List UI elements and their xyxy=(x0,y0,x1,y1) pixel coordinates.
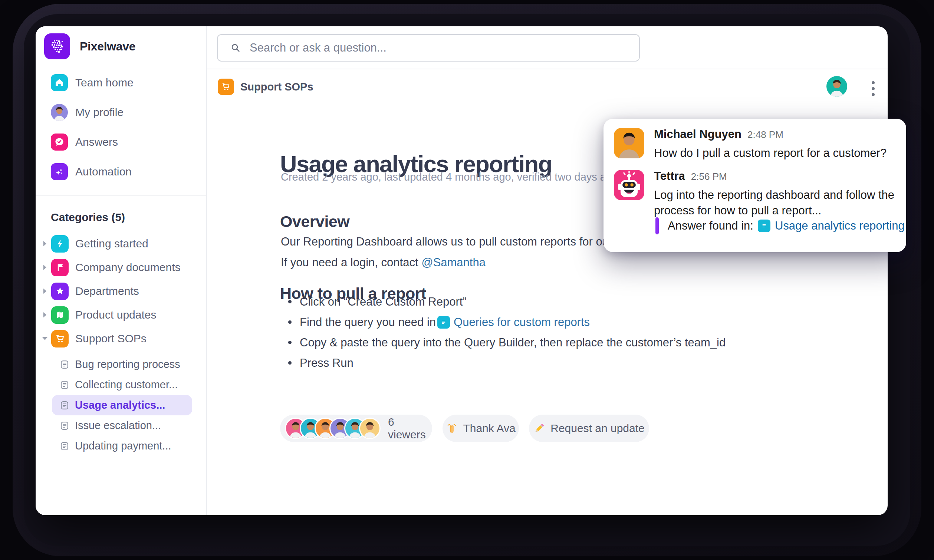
message-header: Michael Nguyen 2:48 PM xyxy=(654,128,783,141)
document-icon xyxy=(59,420,70,431)
tettra-bot-avatar xyxy=(614,170,644,200)
message-timestamp: 2:48 PM xyxy=(748,129,783,140)
screenshot-stage: Pixelwave Team home My profile xyxy=(0,0,934,560)
category-label: Departments xyxy=(75,285,139,297)
request-update-button[interactable]: Request an update xyxy=(529,415,649,442)
profile-avatar xyxy=(51,104,68,121)
document-icon xyxy=(59,400,70,411)
list-item-text: Click on “Create Custom Report” xyxy=(300,295,467,309)
message-header: Tettra 2:56 PM xyxy=(654,169,727,183)
category-getting-started[interactable]: Getting started xyxy=(35,232,206,255)
lightning-icon xyxy=(51,235,69,252)
sidebar-item-label: Team home xyxy=(75,76,134,89)
thank-button[interactable]: Thank Ava xyxy=(443,415,519,442)
sidebar: Pixelwave Team home My profile xyxy=(35,26,207,515)
answer-blockquote: Answer found in: Usage analytics reporti… xyxy=(655,217,905,234)
chevron-right-icon[interactable] xyxy=(38,240,51,247)
list-item-text: Press Run xyxy=(300,356,354,370)
howto-list: Click on “Create Custom Report” Find the… xyxy=(288,291,726,373)
viewers-pill[interactable]: 6 viewers xyxy=(280,415,432,442)
category-departments[interactable]: Departments xyxy=(35,279,206,303)
header-divider xyxy=(207,69,888,69)
user-avatar[interactable] xyxy=(826,76,847,97)
message-text: Log into the reporting dashboard and fol… xyxy=(654,187,895,218)
sidebar-item-team-home[interactable]: Team home xyxy=(35,68,206,97)
thank-label: Thank Ava xyxy=(463,422,515,435)
star-icon xyxy=(51,283,69,300)
chevron-right-icon[interactable] xyxy=(38,288,51,294)
answer-found-label: Answer found in: xyxy=(668,219,753,232)
flag-icon xyxy=(51,259,69,276)
workspace-header[interactable]: Pixelwave xyxy=(44,33,135,59)
list-item: Click on “Create Custom Report” xyxy=(288,291,726,312)
michael-avatar xyxy=(614,128,644,158)
category-label: Support SOPs xyxy=(75,332,146,345)
pixelwave-logo-icon xyxy=(44,33,70,59)
sidebar-nav: Team home My profile Answers xyxy=(35,68,206,186)
queries-page-link[interactable]: Queries for custom reports xyxy=(454,315,590,329)
page-list: Bug reporting process Collecting custome… xyxy=(35,354,206,456)
page-issue-escalation[interactable]: Issue escalation... xyxy=(52,415,192,436)
document-icon xyxy=(758,220,771,232)
page-label: Issue escalation... xyxy=(75,420,161,432)
page-label: Bug reporting process xyxy=(75,358,180,371)
search-icon xyxy=(229,42,242,54)
sidebar-item-my-profile[interactable]: My profile xyxy=(35,97,206,127)
page-updating-payment[interactable]: Updating payment... xyxy=(52,436,192,456)
sidebar-item-answers[interactable]: Answers xyxy=(35,127,206,157)
viewer-avatar-stack xyxy=(285,418,380,439)
document-icon xyxy=(59,380,70,390)
chevron-right-icon[interactable] xyxy=(38,312,51,318)
category-label: Company documents xyxy=(75,261,180,274)
praying-hands-icon xyxy=(446,422,458,434)
sidebar-item-label: Automation xyxy=(75,165,132,178)
list-item: Copy & paste the query into the Query Bu… xyxy=(288,332,726,353)
category-support-sops[interactable]: Support SOPs xyxy=(35,327,206,351)
login-text: If you need a login, contact xyxy=(281,256,422,269)
page-usage-analytics[interactable]: Usage analytics... xyxy=(52,395,192,415)
page-label: Updating payment... xyxy=(75,440,171,452)
category-company-documents[interactable]: Company documents xyxy=(35,255,206,279)
more-options-kebab-icon[interactable] xyxy=(865,78,881,99)
overview-heading: Overview xyxy=(280,212,349,231)
home-icon xyxy=(51,74,68,91)
sidebar-divider xyxy=(35,195,206,196)
document-icon xyxy=(59,359,70,370)
page-meta: Created 2 years ago, last updated 4 mont… xyxy=(281,171,618,183)
answers-chat-check-icon xyxy=(51,134,68,151)
pencil-icon xyxy=(533,422,545,434)
blockquote-bar xyxy=(655,217,659,234)
workspace-name: Pixelwave xyxy=(80,40,135,54)
avatar xyxy=(359,418,380,439)
chevron-right-icon[interactable] xyxy=(38,264,51,271)
list-item: Find the query you need in Queries for c… xyxy=(288,312,726,332)
page-bug-reporting[interactable]: Bug reporting process xyxy=(52,354,192,375)
message-author: Tettra xyxy=(654,169,685,183)
document-icon xyxy=(59,441,70,451)
cart-icon xyxy=(51,330,69,348)
overview-paragraph: Our Reporting Dashboard allows us to pul… xyxy=(281,235,612,248)
page-collecting-customer[interactable]: Collecting customer... xyxy=(52,375,192,395)
document-icon xyxy=(437,316,450,329)
sidebar-item-label: Answers xyxy=(75,136,118,148)
list-item: Press Run xyxy=(288,353,726,373)
category-label: Getting started xyxy=(75,237,148,250)
breadcrumb[interactable]: Support SOPs xyxy=(240,81,314,93)
chevron-down-icon[interactable] xyxy=(38,335,51,342)
answer-page-link[interactable]: Usage analytics reporting xyxy=(775,219,905,232)
login-paragraph: If you need a login, contact @Samantha xyxy=(281,256,486,269)
category-product-updates[interactable]: Product updates xyxy=(35,303,206,327)
message-text: How do I pull a custom report for a cust… xyxy=(654,145,895,161)
page-label: Collecting customer... xyxy=(75,378,178,391)
app-window: Pixelwave Team home My profile xyxy=(35,26,888,515)
map-icon xyxy=(51,306,69,324)
slack-chat-overlay: Michael Nguyen 2:48 PM How do I pull a c… xyxy=(603,118,906,252)
samantha-mention-link[interactable]: @Samantha xyxy=(422,256,486,269)
message-author: Michael Nguyen xyxy=(654,128,742,141)
categories-heading: Categories (5) xyxy=(51,211,125,224)
search-input[interactable]: Search or ask a question... xyxy=(217,34,640,62)
sidebar-item-automation[interactable]: Automation xyxy=(35,157,206,186)
sparkles-icon xyxy=(51,163,68,180)
breadcrumb-cart-icon xyxy=(218,78,234,95)
list-item-text: Copy & paste the query into the Query Bu… xyxy=(300,336,726,349)
